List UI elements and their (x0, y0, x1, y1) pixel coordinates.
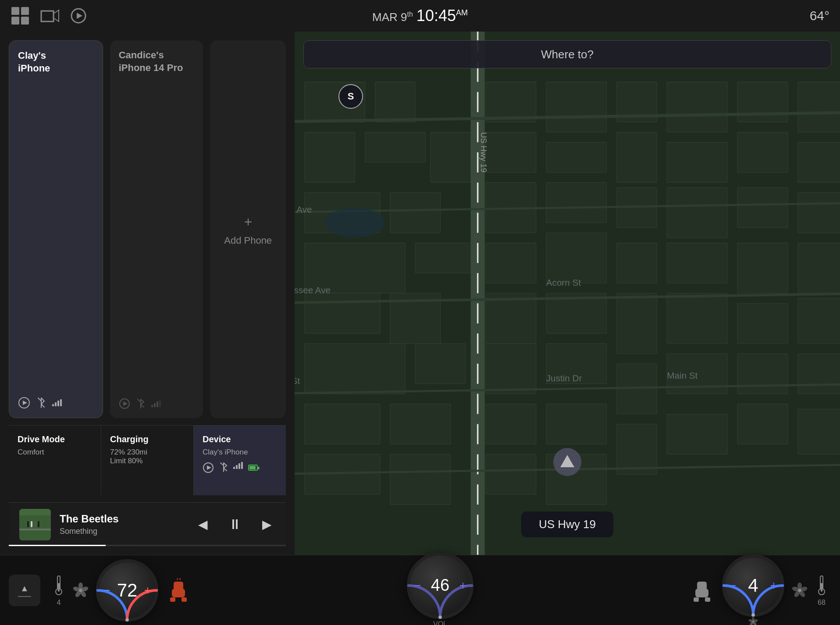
seat-heat-icon (168, 578, 189, 603)
knob-plus-vol[interactable]: + (459, 579, 466, 593)
music-progress-bar (9, 545, 286, 546)
svg-text:US Hwy 19: US Hwy 19 (479, 132, 488, 173)
prev-track-button[interactable]: ◀ (195, 514, 211, 535)
svg-rect-51 (305, 344, 406, 394)
right-fan-indicator (792, 582, 808, 598)
where-to-bar[interactable]: Where to? (303, 40, 831, 68)
svg-rect-13 (19, 529, 51, 530)
map-start-icon: S (338, 84, 363, 109)
add-phone-card[interactable]: ＋ Add Phone (210, 40, 286, 418)
svg-rect-17 (38, 521, 39, 527)
svg-rect-22 (305, 132, 355, 183)
signal-bars-candice (151, 400, 161, 407)
add-phone-plus-icon: ＋ (242, 213, 255, 231)
phone-name-candice: Candice's iPhone 14 Pro (119, 49, 195, 74)
media-icon[interactable] (70, 7, 87, 24)
pause-button[interactable]: ⏸ (224, 513, 246, 536)
svg-rect-64 (798, 243, 840, 293)
nav-arrow-icon (553, 448, 581, 476)
svg-point-112 (438, 615, 442, 619)
svg-rect-33 (737, 82, 788, 122)
thermometer-icon-right (816, 574, 827, 596)
svg-rect-14 (27, 521, 29, 527)
svg-rect-76 (667, 414, 727, 455)
fan-icon-right (792, 582, 808, 598)
svg-rect-18 (19, 509, 51, 515)
phone-cards-area: Clay's iPhone (9, 40, 286, 418)
bluetooth-icon[interactable] (36, 397, 46, 408)
next-track-button[interactable]: ▶ (259, 514, 275, 535)
svg-rect-15 (31, 521, 32, 527)
svg-rect-57 (617, 293, 657, 354)
device-name: Clay's iPhone (203, 448, 277, 457)
music-title: The Beetles (60, 513, 186, 525)
svg-marker-11 (207, 465, 211, 470)
top-bar-icons (11, 6, 87, 25)
music-progress-fill (9, 545, 106, 546)
camera-icon[interactable] (40, 7, 60, 24)
svg-rect-3 (21, 17, 29, 25)
svg-rect-108 (170, 597, 175, 602)
phone-icons-clays (18, 397, 94, 409)
device-signal (233, 462, 243, 469)
grid-icon[interactable] (11, 6, 30, 25)
svg-rect-55 (486, 344, 536, 394)
svg-rect-65 (737, 303, 788, 344)
phone-card-candice[interactable]: Candice's iPhone 14 Pro (110, 40, 203, 418)
toggle-up-icon: ▲ (20, 583, 29, 593)
device-play-icon[interactable] (203, 462, 214, 473)
svg-rect-0 (11, 7, 19, 15)
svg-rect-73 (486, 454, 536, 494)
phone-card-clays[interactable]: Clay's iPhone (9, 40, 103, 418)
svg-rect-52 (415, 344, 466, 384)
play-icon[interactable] (18, 397, 30, 409)
svg-rect-59 (737, 132, 788, 173)
charging-limit: Limit 80% (110, 457, 185, 465)
svg-rect-116 (697, 582, 707, 590)
right-temp-num: 68 (818, 599, 826, 607)
date-display: MAR 9th (372, 11, 413, 24)
svg-rect-36 (546, 142, 607, 173)
knob-plus-right[interactable]: + (770, 579, 777, 593)
status-card-device[interactable]: Device Clay's iPhone (194, 426, 286, 495)
knob-minus-right[interactable]: − (729, 579, 736, 593)
svg-rect-80 (798, 409, 840, 454)
svg-rect-26 (390, 192, 441, 233)
right-seat-svg (692, 578, 712, 603)
knob-minus-left[interactable]: − (103, 583, 110, 597)
knob-minus-vol[interactable]: − (414, 579, 421, 593)
right-fan-value: 4 (748, 575, 758, 596)
svg-text:Main St: Main St (295, 376, 300, 386)
svg-rect-21 (375, 82, 415, 122)
svg-rect-53 (305, 404, 380, 444)
svg-marker-9 (123, 401, 128, 406)
status-card-charging[interactable]: Charging 72% 230mi Limit 80% (101, 426, 194, 495)
charging-percent: 72% 230mi (110, 448, 185, 457)
status-card-drive-mode[interactable]: Drive Mode Comfort (9, 426, 101, 495)
svg-rect-110 (174, 582, 183, 590)
device-icons (203, 462, 277, 473)
left-temp-indicator: 4 (53, 574, 64, 607)
music-info: The Beetles Something (60, 513, 186, 536)
svg-rect-35 (486, 132, 536, 173)
svg-rect-109 (182, 597, 187, 602)
svg-text:Illinois Ave: Illinois Ave (295, 204, 312, 214)
phone-icons-candice (119, 398, 195, 409)
left-temp-knob[interactable]: − 72 + (96, 560, 158, 621)
right-temp-indicator: 68 (816, 574, 827, 607)
svg-rect-42 (667, 188, 727, 238)
svg-rect-70 (546, 404, 607, 444)
knob-plus-left[interactable]: + (144, 583, 151, 597)
thermometer-icon-left (53, 574, 64, 596)
vol-knob[interactable]: − 46 + (407, 553, 473, 618)
svg-rect-54 (390, 404, 451, 444)
svg-rect-2 (11, 17, 19, 25)
vol-knob-container: − 46 + VOL (407, 553, 473, 625)
time-display: 10:45AM (416, 7, 468, 25)
music-controls[interactable]: ◀ ⏸ ▶ (195, 513, 275, 536)
right-fan-knob[interactable]: − 4 + (723, 555, 784, 616)
left-temp-value: 72 (117, 580, 138, 601)
svg-rect-75 (617, 424, 657, 475)
climate-toggle-button[interactable]: ▲ (9, 575, 40, 606)
music-artist: Something (60, 527, 186, 536)
